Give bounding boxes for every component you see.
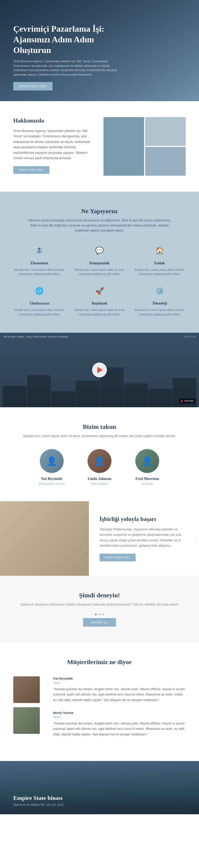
service-item-emlak: 🏠 Emlak Sample text. Lorem ipsum dolor s… bbox=[133, 244, 186, 277]
testimonial-role-nat: Yazar bbox=[53, 681, 186, 684]
hero-cta-button[interactable]: DAHA FAZLA BİLİ bbox=[13, 82, 52, 91]
avatar-linda: 👤 bbox=[87, 449, 112, 473]
about-section: Hakkımızda Virna Business Agency, Viyana… bbox=[0, 101, 199, 192]
emlak-icon: 🏠 bbox=[153, 244, 166, 257]
collaboration-text: Teknoloji Platformunda, Viyana'nın tekno… bbox=[100, 527, 188, 549]
subscribe-text: Şablonun oluşturucu Elementor Şablon Olu… bbox=[13, 602, 186, 607]
about-text-col: Hakkımızda Virna Business Agency, Viyana… bbox=[13, 117, 95, 176]
team-section: Bizim takım Sample text. Lorem ipsum dol… bbox=[0, 407, 199, 501]
service-name-baslamak: Başlamak bbox=[74, 301, 126, 306]
team-subtitle: Sample text. Lorem ipsum dolor sit amet,… bbox=[13, 434, 186, 438]
building-7 bbox=[148, 389, 172, 407]
avatar-image-linda: 👤 bbox=[87, 449, 112, 473]
service-item-uluslararasi: 🌐 Uluslararası Sample text. Lorem ipsum … bbox=[13, 284, 66, 317]
team-member-nat: 👤 Nat Reynolds Muhasebeci denetçi bbox=[31, 449, 73, 485]
collaboration-section: ‹ İşbirliği yoluyla başarı Teknoloji Pla… bbox=[0, 501, 199, 576]
team-member-fred: 👤 Fred Morrison İş Hayatı bbox=[126, 449, 168, 485]
about-cta-button[interactable]: DAHA FAZLA BİLİ bbox=[13, 166, 49, 174]
hero-content: Çevrimiçi Pazarlama İşi: Ajansınızı Adım… bbox=[13, 24, 125, 91]
member-role-nat: Muhasebeci denetçi bbox=[31, 482, 73, 485]
video-section: HD footage collage - using mobile phone,… bbox=[0, 333, 199, 407]
testimonial-photos-col bbox=[13, 676, 45, 745]
testimonial-item-bertie: Bertie Norton Aktrist "Aenean pulvinar d… bbox=[53, 711, 186, 737]
hero-section: Çevrimiçi Pazarlama İşi: Ajansınızı Adım… bbox=[0, 0, 199, 101]
services-grid: 🏦 Finansman Sample text. Lorem ipsum dol… bbox=[13, 244, 186, 317]
subscribe-section: Şimdi deneyin! Şablonun oluşturucu Eleme… bbox=[0, 576, 199, 643]
collaboration-heading: İşbirliği yoluyla başarı bbox=[100, 515, 188, 523]
uluslararasi-icon: 🌐 bbox=[33, 284, 46, 298]
hero-title: Çevrimiçi Pazarlama İşi: Ajansınızı Adım… bbox=[13, 24, 125, 55]
avatar-image-fred: 👤 bbox=[135, 449, 159, 473]
building-2 bbox=[27, 375, 51, 407]
collaboration-cta-button[interactable]: DAHA FAZLA BİLİ bbox=[100, 554, 135, 561]
service-desc-uluslararasi: Sample text. Lorem ipsum dolor sit amet,… bbox=[13, 308, 66, 317]
teknoloji-icon: ⚙️ bbox=[153, 284, 166, 298]
video-time: 0:00 / 2:18 bbox=[184, 335, 195, 338]
testimonials-section: Müşterilerimiz ne diyor Nat Reynolds Yaz… bbox=[0, 643, 199, 761]
building-3 bbox=[51, 391, 75, 407]
about-image-2 bbox=[145, 117, 186, 146]
service-desc-emlak: Sample text. Lorem ipsum dolor sit amet,… bbox=[133, 268, 186, 277]
testimonial-photo-bertie bbox=[13, 707, 40, 734]
subscribe-button[interactable]: ABONE OL bbox=[83, 618, 116, 627]
about-heading: Hakkımızda bbox=[13, 117, 95, 124]
service-item-danismanlik: 💬 Danışmanlık Sample text. Lorem ipsum d… bbox=[74, 244, 126, 277]
service-name-danismanlik: Danışmanlık bbox=[74, 261, 126, 266]
service-name-teknoloji: Teknoloji bbox=[133, 301, 186, 306]
dot-2 bbox=[98, 613, 101, 615]
dot-1 bbox=[95, 613, 97, 615]
testimonial-photo-nat bbox=[13, 676, 40, 703]
member-name-fred: Fred Morrison bbox=[126, 477, 168, 481]
about-image-3 bbox=[145, 147, 186, 176]
danismanlik-icon: 💬 bbox=[93, 244, 106, 257]
member-name-nat: Nat Reynolds bbox=[31, 477, 73, 481]
empire-section: Empire State binası Sed ut mi mi, finibu… bbox=[0, 761, 199, 814]
team-grid: 👤 Nat Reynolds Muhasebeci denetçi 👤 Lind… bbox=[13, 449, 186, 485]
play-icon bbox=[97, 367, 103, 373]
youtube-label: YouTube bbox=[184, 400, 193, 402]
testimonial-role-bertie: Aktrist bbox=[53, 715, 186, 719]
member-name-linda: Linda Johnson bbox=[78, 477, 121, 481]
dot-3 bbox=[102, 613, 104, 615]
building-6 bbox=[124, 383, 148, 407]
member-role-fred: İş Hayatı bbox=[126, 482, 168, 485]
testimonial-name-bertie: Bertie Norton bbox=[53, 711, 186, 715]
subscribe-heading: Şimdi deneyin! bbox=[13, 592, 186, 599]
about-image-1 bbox=[104, 117, 144, 176]
finansman-icon: 🏦 bbox=[33, 244, 46, 257]
about-text: Virna Business Agency, Viyana'daki şirke… bbox=[13, 128, 95, 161]
collaboration-content: İşbirliği yoluyla başarı Teknoloji Platf… bbox=[89, 501, 199, 576]
testimonial-text-bertie: "Aenean pulvinar dui ornare, feugiat lor… bbox=[53, 721, 186, 737]
subscribe-dots bbox=[13, 613, 186, 615]
testimonial-name-nat: Nat Reynolds bbox=[53, 676, 186, 681]
member-role-linda: Satış Müdürü bbox=[78, 482, 121, 485]
youtube-icon: ▶ bbox=[181, 399, 183, 403]
testimonials-heading: Müşterilerimiz ne diyor bbox=[13, 658, 186, 666]
service-item-finansman: 🏦 Finansman Sample text. Lorem ipsum dol… bbox=[13, 244, 66, 277]
about-images-col bbox=[104, 117, 186, 176]
service-name-uluslararasi: Uluslararası bbox=[13, 301, 66, 306]
collaboration-image bbox=[0, 501, 89, 576]
service-desc-baslamak: Sample text. Lorem ipsum dolor sit amet,… bbox=[74, 308, 126, 317]
empire-text: Sed ut mi mi, finibus Tel: 111 111 1111. bbox=[13, 803, 64, 806]
play-button[interactable] bbox=[92, 363, 107, 377]
service-item-baslamak: 🚀 Başlamak Sample text. Lorem ipsum dolo… bbox=[74, 284, 126, 317]
testimonials-grid: Nat Reynolds Yazar "Aenean pulvinar dui … bbox=[13, 676, 186, 745]
service-desc-teknoloji: Sample text. Lorem ipsum dolor sit amet,… bbox=[133, 308, 186, 317]
next-arrow-icon[interactable]: › bbox=[194, 535, 196, 541]
services-heading: Ne Yapıyoruz bbox=[13, 208, 186, 215]
prev-arrow-icon[interactable]: ‹ bbox=[3, 535, 5, 541]
service-name-emlak: Emlak bbox=[133, 261, 186, 266]
avatar-image-nat: 👤 bbox=[40, 449, 64, 473]
team-heading: Bizim takım bbox=[13, 423, 186, 430]
empire-content: Empire State binası Sed ut mi mi, finibu… bbox=[13, 795, 64, 806]
team-member-linda: 👤 Linda Johnson Satış Müdürü bbox=[78, 449, 121, 485]
testimonials-content-col: Nat Reynolds Yazar "Aenean pulvinar dui … bbox=[53, 676, 186, 745]
services-section: Ne Yapıyoruz Ülkelerin içinde bulunduğu … bbox=[0, 192, 199, 333]
service-item-teknoloji: ⚙️ Teknoloji Sample text. Lorem ipsum do… bbox=[133, 284, 186, 317]
service-name-finansman: Finansman bbox=[13, 261, 66, 266]
testimonial-item-nat: Nat Reynolds Yazar "Aenean pulvinar dui … bbox=[53, 676, 186, 703]
services-subtitle: Ülkelerin içinde bulunduğu durumlarda du… bbox=[25, 218, 174, 234]
video-label: HD footage collage - using mobile phone,… bbox=[4, 335, 68, 338]
avatar-fred: 👤 bbox=[135, 449, 159, 473]
